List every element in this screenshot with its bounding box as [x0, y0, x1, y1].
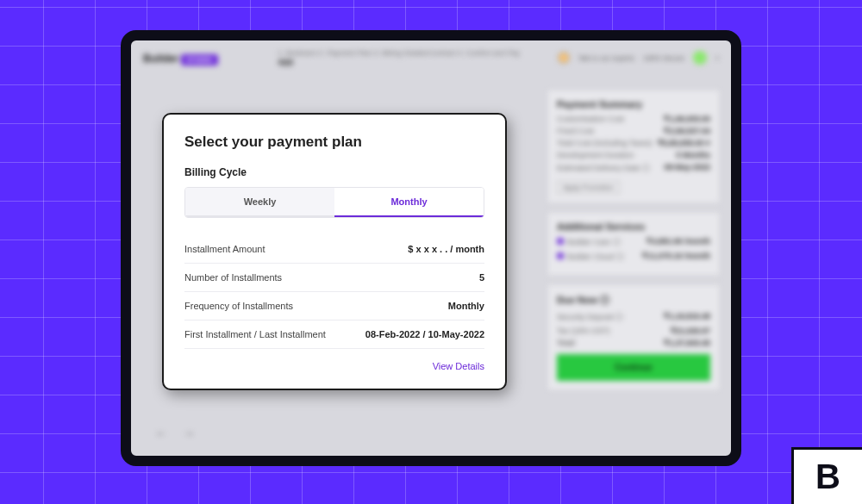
- fixed-label: Fixed Cost: [557, 127, 594, 135]
- expert-avatar-icon: [558, 52, 570, 64]
- totalcost-value[interactable]: ₹5,85,835.00 ▾: [658, 139, 710, 147]
- view-details-link[interactable]: View Details: [433, 361, 484, 371]
- row-frequency: Frequency of Installments Monthly: [184, 292, 484, 320]
- installment-amount-label: Installment Amount: [184, 244, 265, 254]
- tab-weekly[interactable]: Weekly: [185, 188, 334, 217]
- nav-arrows: ← →: [155, 426, 195, 440]
- secure-badge: 100% Secure: [643, 54, 684, 62]
- first-last-value: 08-Feb-2022 / 10-May-2022: [365, 329, 484, 339]
- additional-title: Additional Services: [557, 221, 710, 232]
- num-installments-label: Number of Installments: [184, 272, 282, 283]
- additional-services-card: Additional Services Builder Care ⓘ₹4,881…: [548, 213, 719, 275]
- first-last-label: First Installment / Last Installment: [184, 329, 326, 339]
- corner-logo: B: [791, 447, 862, 504]
- delivery-value: 08-May-2022: [664, 163, 710, 174]
- tab-monthly[interactable]: Monthly: [334, 188, 484, 217]
- brand-name: Builder: [143, 53, 178, 65]
- summary-card: Payment Summary Customisation Cost₹1,96,…: [548, 90, 719, 202]
- arrow-right-icon[interactable]: →: [183, 426, 195, 440]
- customisation-label: Customisation Cost: [557, 115, 624, 123]
- billing-cycle-heading: Billing Cycle: [184, 166, 484, 178]
- talk-to-experts-link[interactable]: Talk to our experts: [578, 54, 634, 62]
- check-icon: [557, 238, 564, 245]
- due-total-value: ₹1,37,843.45: [664, 339, 710, 347]
- chevron-down-icon[interactable]: ▾: [715, 54, 719, 62]
- corner-logo-letter: B: [815, 457, 840, 496]
- cloud-value: ₹11,075.16 /month: [642, 252, 710, 263]
- app-header: BuilderSTUDIO 1. Buildcard 2. Payment Pl…: [131, 40, 731, 70]
- app-window: BuilderSTUDIO 1. Buildcard 2. Payment Pl…: [121, 30, 741, 466]
- totalcost-label: Total Cost (Including Taxes): [557, 139, 652, 147]
- num-installments-value: 5: [479, 272, 484, 283]
- breadcrumb-steps: 1. Buildcard 2. Payment Plan 3. Billing …: [278, 49, 520, 57]
- breadcrumb-appname: app: [278, 57, 520, 66]
- customisation-value: ₹1,96,933.00: [664, 115, 710, 123]
- tax-value: ₹21,026.97: [671, 327, 710, 335]
- payment-plan-modal: Select your payment plan Billing Cycle W…: [162, 113, 507, 390]
- due-now-card: Due Now ⓘ Security Deposit ⓘ₹1,16,816.48…: [548, 285, 719, 389]
- apply-promotion-button[interactable]: Apply Promotion: [557, 181, 620, 194]
- duration-value: 5 Months: [677, 151, 711, 159]
- row-first-last: First Installment / Last Installment 08-…: [184, 320, 484, 349]
- frequency-value: Monthly: [448, 301, 484, 311]
- care-value: ₹4,881.96 /month: [646, 237, 710, 248]
- due-total-label: Total: [557, 339, 575, 347]
- brand-logo: BuilderSTUDIO: [143, 50, 218, 65]
- breadcrumb: 1. Buildcard 2. Payment Plan 3. Billing …: [278, 49, 520, 66]
- modal-title: Select your payment plan: [184, 134, 484, 151]
- brand-badge: STUDIO: [181, 54, 217, 65]
- row-installment-amount: Installment Amount $ x x x . . / month: [184, 235, 484, 264]
- check-icon: [557, 252, 564, 259]
- fixed-value: ₹2,99,537.04: [664, 127, 710, 135]
- payment-summary-panel: Payment Summary Customisation Cost₹1,96,…: [548, 90, 719, 400]
- deposit-label: Security Deposit ⓘ: [557, 312, 623, 323]
- arrow-left-icon[interactable]: ←: [155, 426, 167, 440]
- care-label: Builder Care ⓘ: [567, 238, 621, 246]
- tax-label: Tax (18% GST): [557, 327, 610, 335]
- delivery-label: Estimated Delivery Date ⓘ: [557, 163, 650, 174]
- row-num-installments: Number of Installments 5: [184, 264, 484, 292]
- duration-label: Development Duration: [557, 151, 634, 159]
- continue-button[interactable]: Continue: [557, 354, 710, 381]
- due-title: Due Now ⓘ: [557, 294, 710, 307]
- user-avatar-icon[interactable]: [693, 51, 707, 65]
- deposit-value: ₹1,16,816.48: [664, 312, 710, 323]
- summary-title: Payment Summary: [557, 99, 710, 109]
- cloud-label: Builder Cloud ⓘ: [567, 252, 624, 261]
- header-right: Talk to our experts 100% Secure ▾: [558, 51, 719, 65]
- billing-cycle-tabs: Weekly Monthly: [184, 187, 484, 218]
- installment-amount-value: $ x x x . . / month: [408, 244, 484, 254]
- frequency-label: Frequency of Installments: [184, 301, 293, 311]
